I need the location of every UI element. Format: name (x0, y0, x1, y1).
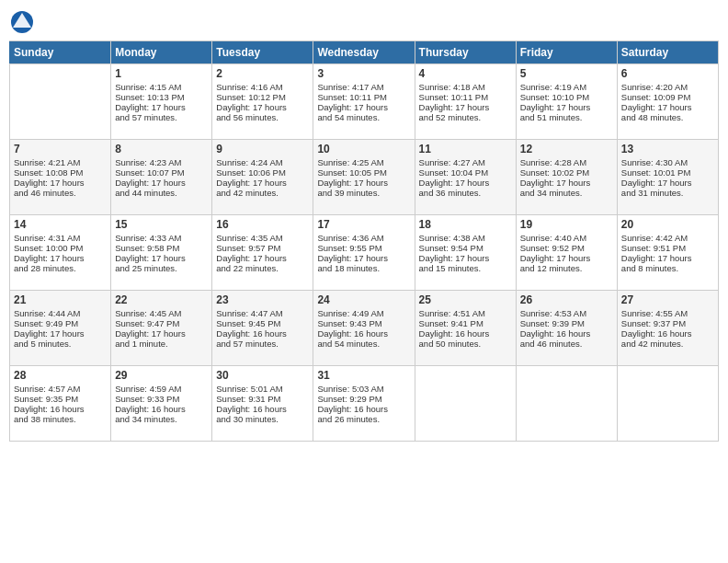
day-number: 12 (520, 143, 613, 155)
day-info: Sunrise: 4:49 AM (317, 308, 410, 318)
day-number: 26 (520, 293, 613, 306)
day-info: Sunset: 9:57 PM (216, 243, 309, 253)
day-info: Daylight: 17 hours (115, 178, 208, 188)
day-info: Daylight: 17 hours (520, 102, 613, 112)
day-number: 13 (621, 143, 714, 155)
day-cell: 12Sunrise: 4:28 AMSunset: 10:02 PMDaylig… (516, 140, 617, 215)
day-info: and 46 minutes. (520, 339, 613, 349)
day-info: and 56 minutes. (216, 112, 309, 122)
day-info: Sunrise: 4:36 AM (317, 233, 410, 243)
day-info: Daylight: 17 hours (115, 328, 208, 339)
day-info: and 8 minutes. (621, 263, 714, 273)
day-info: Sunset: 10:08 PM (14, 167, 107, 178)
day-info: Sunset: 10:05 PM (317, 167, 410, 178)
day-cell: 5Sunrise: 4:19 AMSunset: 10:10 PMDayligh… (516, 64, 617, 140)
column-header-wednesday: Wednesday (313, 41, 415, 64)
day-info: Daylight: 17 hours (216, 102, 309, 112)
day-info: Daylight: 16 hours (115, 404, 208, 414)
day-info: and 31 minutes. (621, 188, 714, 198)
day-info: Sunset: 10:01 PM (621, 167, 714, 178)
day-info: Sunset: 9:58 PM (115, 243, 208, 253)
day-info: and 18 minutes. (317, 263, 410, 273)
day-cell: 14Sunrise: 4:31 AMSunset: 10:00 PMDaylig… (10, 215, 111, 291)
day-cell (10, 64, 111, 140)
day-info: Sunrise: 4:20 AM (621, 82, 714, 92)
day-info: Daylight: 17 hours (419, 253, 512, 263)
day-cell: 30Sunrise: 5:01 AMSunset: 9:31 PMDayligh… (212, 366, 313, 442)
day-info: Daylight: 17 hours (317, 253, 410, 263)
day-info: and 1 minute. (115, 339, 208, 349)
day-cell: 11Sunrise: 4:27 AMSunset: 10:04 PMDaylig… (415, 140, 516, 215)
day-info: Daylight: 16 hours (14, 404, 107, 414)
day-info: and 36 minutes. (419, 188, 512, 198)
day-cell: 15Sunrise: 4:33 AMSunset: 9:58 PMDayligh… (111, 215, 212, 291)
day-number: 29 (115, 369, 208, 382)
day-info: Sunrise: 4:40 AM (520, 233, 613, 243)
day-info: Sunrise: 4:33 AM (115, 233, 208, 243)
day-info: Sunrise: 4:19 AM (520, 82, 613, 92)
day-info: Sunrise: 4:38 AM (419, 233, 512, 243)
day-info: and 30 minutes. (216, 414, 309, 424)
day-number: 17 (317, 218, 410, 231)
day-info: Sunrise: 4:25 AM (317, 157, 410, 167)
day-info: Sunrise: 4:53 AM (520, 308, 613, 318)
day-info: and 42 minutes. (621, 339, 714, 349)
day-info: Daylight: 17 hours (520, 178, 613, 188)
day-info: and 51 minutes. (520, 112, 613, 122)
day-number: 9 (216, 143, 309, 155)
day-info: and 34 minutes. (520, 188, 613, 198)
day-number: 16 (216, 218, 309, 231)
day-info: and 39 minutes. (317, 188, 410, 198)
day-info: Sunrise: 4:59 AM (115, 384, 208, 394)
day-number: 28 (14, 369, 107, 382)
column-header-friday: Friday (516, 41, 617, 64)
day-info: Daylight: 16 hours (621, 328, 714, 339)
day-number: 18 (419, 218, 512, 231)
day-info: Sunrise: 4:16 AM (216, 82, 309, 92)
day-number: 20 (621, 218, 714, 231)
day-number: 23 (216, 293, 309, 306)
day-info: Sunrise: 4:30 AM (621, 157, 714, 167)
day-info: Sunset: 10:11 PM (419, 92, 512, 102)
column-header-saturday: Saturday (617, 41, 718, 64)
day-info: Sunrise: 5:01 AM (216, 384, 309, 394)
day-cell: 21Sunrise: 4:44 AMSunset: 9:49 PMDayligh… (10, 291, 111, 366)
day-cell: 7Sunrise: 4:21 AMSunset: 10:08 PMDayligh… (10, 140, 111, 215)
day-info: Sunset: 10:09 PM (621, 92, 714, 102)
calendar-table: SundayMondayTuesdayWednesdayThursdayFrid… (9, 40, 719, 442)
day-cell: 29Sunrise: 4:59 AMSunset: 9:33 PMDayligh… (111, 366, 212, 442)
day-info: Sunset: 10:02 PM (520, 167, 613, 178)
day-number: 4 (419, 67, 512, 80)
day-info: Daylight: 17 hours (14, 253, 107, 263)
day-cell: 6Sunrise: 4:20 AMSunset: 10:09 PMDayligh… (617, 64, 718, 140)
week-row-5: 28Sunrise: 4:57 AMSunset: 9:35 PMDayligh… (10, 366, 719, 442)
day-info: Sunrise: 4:15 AM (115, 82, 208, 92)
day-info: and 50 minutes. (419, 339, 512, 349)
day-info: Daylight: 16 hours (317, 328, 410, 339)
day-info: Daylight: 17 hours (317, 102, 410, 112)
day-info: Sunrise: 4:55 AM (621, 308, 714, 318)
day-info: Sunrise: 4:21 AM (14, 157, 107, 167)
day-info: Daylight: 17 hours (419, 178, 512, 188)
day-info: Daylight: 17 hours (621, 102, 714, 112)
day-cell: 22Sunrise: 4:45 AMSunset: 9:47 PMDayligh… (111, 291, 212, 366)
day-number: 14 (14, 218, 107, 231)
day-number: 1 (115, 67, 208, 80)
column-header-thursday: Thursday (415, 41, 516, 64)
day-cell (415, 366, 516, 442)
day-info: Daylight: 16 hours (216, 404, 309, 414)
day-cell: 27Sunrise: 4:55 AMSunset: 9:37 PMDayligh… (617, 291, 718, 366)
day-number: 15 (115, 218, 208, 231)
column-header-tuesday: Tuesday (212, 41, 313, 64)
day-info: Daylight: 17 hours (216, 178, 309, 188)
day-info: and 22 minutes. (216, 263, 309, 273)
day-info: Sunset: 10:11 PM (317, 92, 410, 102)
day-info: Sunset: 9:51 PM (621, 243, 714, 253)
day-cell: 17Sunrise: 4:36 AMSunset: 9:55 PMDayligh… (313, 215, 415, 291)
day-info: Sunrise: 4:18 AM (419, 82, 512, 92)
day-info: and 57 minutes. (115, 112, 208, 122)
day-number: 7 (14, 143, 107, 155)
week-row-4: 21Sunrise: 4:44 AMSunset: 9:49 PMDayligh… (10, 291, 719, 366)
day-info: Sunrise: 4:31 AM (14, 233, 107, 243)
day-cell: 9Sunrise: 4:24 AMSunset: 10:06 PMDayligh… (212, 140, 313, 215)
